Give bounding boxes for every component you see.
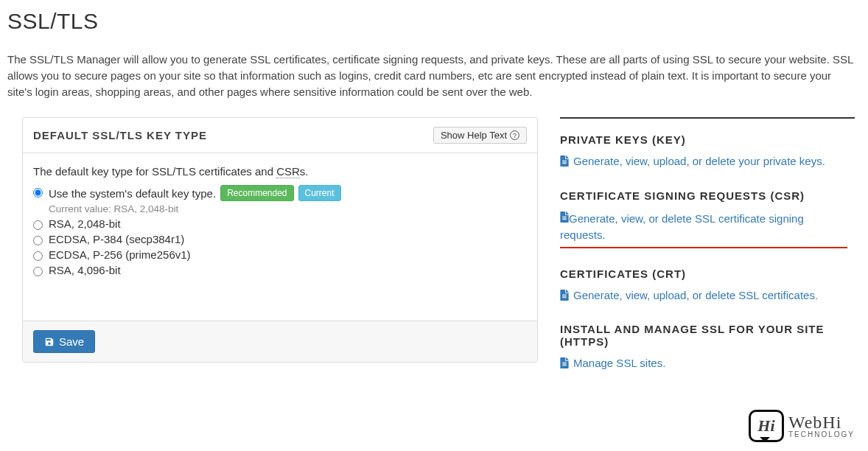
intro-text: The SSL/TLS Manager will allow you to ge… [7, 52, 855, 99]
save-icon [44, 337, 55, 347]
document-icon [560, 155, 569, 167]
panel-heading: DEFAULT SSL/TLS KEY TYPE [33, 129, 207, 141]
section-heading: INSTALL AND MANAGE SSL FOR YOUR SITE (HT… [560, 323, 847, 348]
document-icon [560, 357, 569, 368]
section: CERTIFICATES (CRT)Generate, view, upload… [560, 268, 847, 304]
save-button[interactable]: Save [33, 330, 95, 353]
key-type-radio[interactable] [33, 220, 43, 230]
section-link-row: Manage SSL sites. [560, 355, 847, 372]
key-type-option: ECDSA, P-256 (prime256v1) [33, 248, 527, 261]
section: PRIVATE KEYS (KEY)Generate, view, upload… [560, 133, 847, 170]
section-link[interactable]: Generate, view, or delete SSL certificat… [560, 212, 804, 242]
key-type-option: Use the system's default key type.Recomm… [33, 185, 527, 214]
key-type-option: RSA, 4,096-bit [33, 264, 527, 276]
current-value-text: Current value: RSA, 2,048-bit [49, 203, 341, 214]
key-type-label: RSA, 4,096-bit [49, 264, 121, 276]
question-icon: ? [510, 130, 519, 140]
section-link[interactable]: Manage SSL sites. [573, 355, 665, 372]
key-type-label: RSA, 2,048-bit [49, 217, 121, 230]
section-link-row: Generate, view, or delete SSL certificat… [560, 209, 847, 248]
default-key-panel: DEFAULT SSL/TLS KEY TYPE Show Help Text … [22, 117, 538, 363]
section-heading: CERTIFICATE SIGNING REQUESTS (CSR) [560, 189, 847, 202]
key-type-label: Use the system's default key type. [49, 187, 216, 200]
page-title: SSL/TLS [7, 9, 861, 34]
panel-description: The default key type for SSL/TLS certifi… [33, 165, 527, 178]
section-link-row: Generate, view, upload, or delete SSL ce… [560, 287, 847, 304]
section-heading: PRIVATE KEYS (KEY) [560, 133, 847, 146]
key-type-radio-group: Use the system's default key type.Recomm… [33, 185, 527, 276]
section: INSTALL AND MANAGE SSL FOR YOUR SITE (HT… [560, 323, 847, 372]
document-icon [560, 211, 569, 223]
section-heading: CERTIFICATES (CRT) [560, 268, 847, 280]
key-type-radio[interactable] [33, 251, 43, 261]
key-type-option: RSA, 2,048-bit [33, 217, 527, 230]
section-link-row: Generate, view, upload, or delete your p… [560, 153, 847, 170]
key-type-radio[interactable] [33, 236, 43, 245]
document-icon [560, 290, 569, 301]
csr-abbr: CSR [276, 165, 300, 178]
key-type-label: ECDSA, P-256 (prime256v1) [49, 248, 191, 261]
key-type-option: ECDSA, P-384 (secp384r1) [33, 233, 527, 245]
section-link[interactable]: Generate, view, upload, or delete your p… [573, 153, 825, 170]
key-type-label: ECDSA, P-384 (secp384r1) [49, 233, 184, 245]
show-help-button[interactable]: Show Help Text ? [433, 127, 527, 144]
section-link[interactable]: Generate, view, upload, or delete SSL ce… [573, 287, 818, 304]
key-type-radio[interactable] [33, 267, 43, 276]
recommended-badge: Recommended [220, 185, 293, 201]
key-type-radio[interactable] [33, 188, 43, 197]
current-badge: Current [298, 185, 341, 201]
save-label: Save [59, 335, 84, 348]
section: CERTIFICATE SIGNING REQUESTS (CSR)Genera… [560, 189, 847, 248]
show-help-label: Show Help Text [441, 130, 507, 141]
